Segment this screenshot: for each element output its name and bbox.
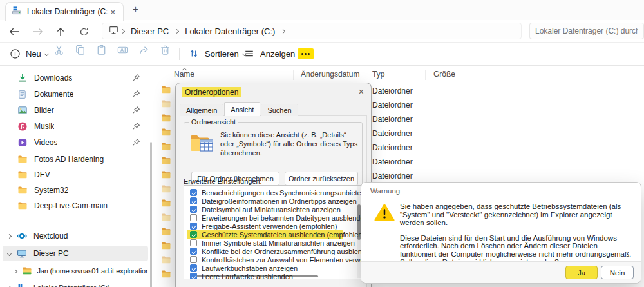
option-row[interactable]: Dateisymbol auf Miniaturansichten anzeig… [184, 205, 362, 213]
checkbox-icon[interactable] [190, 256, 197, 263]
checkbox-icon[interactable] [190, 239, 197, 246]
cut-button[interactable] [52, 43, 66, 57]
option-label: Dateisymbol auf Miniaturansichten anzeig… [202, 206, 341, 213]
checkbox-icon[interactable] [190, 189, 197, 196]
collapse-chevron-icon[interactable] [7, 251, 12, 255]
close-icon[interactable]: × [359, 86, 364, 97]
sidebar-item-dokumente[interactable]: Dokumente [3, 86, 148, 102]
sidebar-divider [5, 224, 144, 224]
option-row[interactable]: Leere Laufwerke ausblenden [184, 272, 362, 279]
expand-chevron-icon[interactable] [14, 269, 18, 273]
sidebar-item-label: Downloads [34, 74, 72, 83]
navigation-pane: Downloads Dokumente Bilder [0, 66, 153, 287]
delete-button[interactable] [158, 43, 172, 57]
file-type: Dateiordner [372, 157, 413, 166]
column-header-size[interactable]: Größe [433, 70, 455, 79]
file-type: Dateiordner [372, 101, 413, 110]
sidebar-item-jan-home[interactable]: Jan (home-srvnas01.ad.it-explorations.de… [3, 263, 148, 279]
sidebar-item-folder[interactable]: Fotos AD Hardening [3, 152, 148, 167]
drive-icon [16, 282, 27, 287]
refresh-button[interactable] [75, 25, 93, 39]
dialog-title-text: Ordneroptionen [182, 87, 241, 97]
folder-icon [161, 241, 171, 253]
new-button[interactable]: Neu [8, 43, 48, 64]
checkbox-icon[interactable] [190, 248, 197, 255]
option-row[interactable]: Geschützte Systemdateien ausblenden (emp… [184, 230, 362, 239]
document-icon [17, 90, 28, 99]
forward-button[interactable] [28, 25, 46, 39]
tab-close-icon[interactable]: × [108, 7, 117, 17]
tab-allgemein[interactable]: Allgemein [180, 104, 223, 116]
share-button[interactable] [137, 43, 151, 57]
pin-icon [132, 138, 140, 148]
checkbox-icon[interactable] [190, 214, 197, 221]
folder-icon [161, 198, 171, 211]
option-row[interactable]: Benachrichtigungen des Synchronisierungs… [184, 188, 362, 197]
sidebar-item-dieser-pc[interactable]: Dieser PC [3, 246, 148, 261]
sidebar-item-nextcloud[interactable]: Nextcloud [3, 228, 148, 244]
up-button[interactable] [52, 25, 70, 39]
checkbox-icon[interactable] [190, 264, 197, 272]
back-button[interactable] [5, 25, 23, 39]
breadcrumb-this-pc[interactable]: Dieser PC [127, 26, 173, 36]
column-header-type[interactable]: Typ [372, 70, 384, 79]
new-tab-button[interactable]: + [130, 3, 141, 14]
option-row[interactable]: Dateigrößeinformationen in Ordnertipps a… [184, 197, 362, 205]
list-lines-icon [242, 46, 256, 61]
folder-view-icon [189, 133, 215, 155]
sidebar-item-folder[interactable]: System32 [3, 183, 148, 198]
pin-icon [132, 74, 140, 84]
folder-icon [161, 255, 171, 268]
more-options-button[interactable] [298, 48, 314, 59]
sidebar-item-label: Bilder [34, 106, 54, 115]
sidebar-scrollbar[interactable] [150, 142, 152, 287]
column-header-date[interactable]: Änderungsdatum [301, 70, 359, 79]
folder-icon [161, 269, 171, 282]
no-button[interactable]: Nein [601, 266, 634, 279]
checkbox-icon[interactable] [190, 223, 197, 230]
folder-icon [17, 170, 28, 180]
sort-button-label: Sortieren [205, 49, 239, 59]
checkbox-icon[interactable] [190, 206, 197, 213]
option-row[interactable]: Immer Symbole statt Miniaturansichten an… [184, 239, 362, 247]
sidebar-item-local-disk[interactable]: Lokaler Datenträger (C:) [3, 280, 148, 287]
option-label: Freigabe-Assistent verwenden (empfohlen) [202, 223, 337, 230]
option-label: Dateigrößeinformationen in Ordnertipps a… [202, 197, 357, 205]
option-row[interactable]: Kontrollkästchen zur Auswahl von Element… [184, 255, 362, 264]
checkbox-icon[interactable] [190, 273, 197, 279]
sidebar-item-musik[interactable]: Musik [3, 119, 148, 134]
checkbox-icon[interactable] [190, 197, 197, 204]
folder-icon [17, 154, 28, 164]
sort-button[interactable]: Sortieren [187, 43, 246, 64]
folder-icon [161, 113, 171, 126]
option-row[interactable]: Laufwerkbuchstaben anzeigen [184, 264, 362, 272]
copy-button[interactable] [73, 43, 87, 57]
sidebar-item-folder[interactable]: DEV [3, 167, 148, 183]
sidebar-item-bilder[interactable]: Bilder [3, 103, 148, 118]
option-row[interactable]: Freigabe-Assistent verwenden (empfohlen) [184, 222, 362, 230]
option-label: Leere Laufwerke ausblenden [202, 273, 293, 280]
reset-folders-button[interactable]: Ordner zurücksetzen [285, 172, 358, 186]
sidebar-item-downloads[interactable]: Downloads [3, 70, 148, 86]
tab-lokaler-datentraeger[interactable]: Lokaler Datenträger (C:) × [5, 2, 124, 21]
expand-chevron-icon[interactable] [7, 233, 12, 238]
breadcrumb-local-disk[interactable]: Lokaler Datenträger (C:) [181, 26, 279, 36]
option-row[interactable]: Erweiterungen bei bekannten Dateitypen a… [184, 213, 362, 222]
view-button[interactable]: Anzeigen [242, 43, 302, 64]
sidebar-item-label: Fotos AD Hardening [34, 155, 104, 164]
tab-suchen[interactable]: Suchen [261, 104, 298, 116]
folder-icon [17, 201, 28, 211]
groupbox-legend: Ordneransicht [189, 118, 238, 126]
sidebar-item-label: Videos [34, 138, 57, 147]
sidebar-item-folder[interactable]: Deep-Live-Cam-main [3, 198, 148, 213]
sidebar-item-videos[interactable]: Videos [3, 135, 148, 150]
tab-ansicht[interactable]: Ansicht [224, 102, 260, 116]
option-row[interactable]: Konflikte bei der Ordnerzusammenführung … [184, 247, 362, 255]
rename-button[interactable] [115, 43, 129, 57]
search-input[interactable] [530, 23, 643, 39]
sidebar-item-label: Deep-Live-Cam-main [34, 201, 108, 210]
column-header-name[interactable]: Name [174, 70, 194, 79]
paste-button[interactable] [94, 43, 108, 57]
checkbox-icon[interactable] [190, 231, 197, 238]
yes-button[interactable]: Ja [565, 266, 598, 279]
